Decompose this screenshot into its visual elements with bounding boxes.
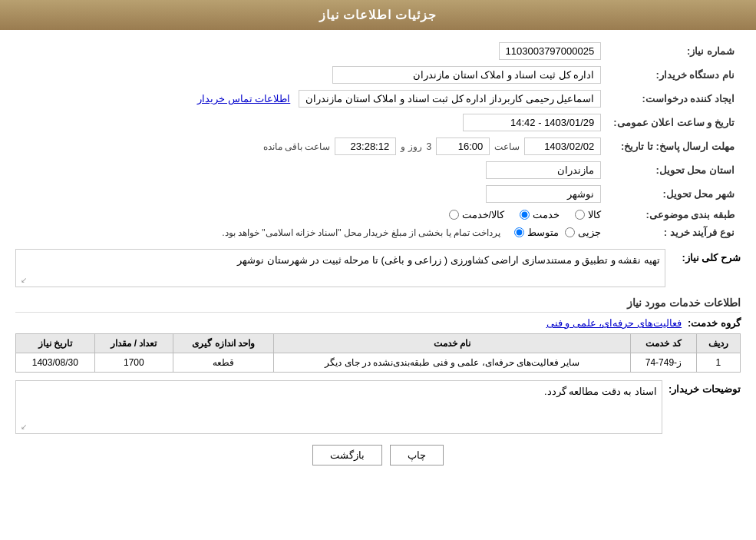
buyer-notes-box: اسناد به دقت مطالعه گردد. ↙ [15, 380, 662, 434]
td-unit: قطعه [173, 353, 274, 373]
group-service-value[interactable]: فعالیت‌های حرفه‌ای، علمی و فنی [546, 317, 682, 329]
buyer-notes-row: توضیحات خریدار: اسناد به دقت مطالعه گردد… [15, 380, 741, 434]
th-unit: واحد اندازه گیری [173, 334, 274, 353]
deadline-day-value: 3 [427, 141, 432, 152]
td-service_code: ز-749-74 [631, 353, 697, 373]
category-label: طبقه بندی موضوعی: [607, 206, 741, 224]
row-city: شهر محل تحویل: نوشهر [15, 182, 741, 206]
page-title: جزئیات اطلاعات نیاز [319, 8, 437, 22]
buyer-org-box: اداره کل ثبت اسناد و املاک استان مازندرا… [332, 66, 601, 84]
page-header: جزئیات اطلاعات نیاز [0, 0, 756, 30]
th-quantity: تعداد / مقدار [94, 334, 173, 353]
purchase-type-label: نوع فرآیند خرید : [607, 224, 741, 241]
province-value: مازندران [15, 158, 607, 182]
purchase-type-motavaset[interactable]: متوسط [514, 227, 559, 238]
purchase-jozi-label: جزیی [578, 227, 601, 238]
purchase-type-row: جزیی متوسط پرداخت تمام یا بخشی از مبلغ خ… [15, 224, 607, 241]
purchase-type-jozi[interactable]: جزیی [565, 227, 601, 238]
request-number-box: 1103003797000025 [499, 42, 602, 60]
th-service-code: کد خدمت [631, 334, 697, 353]
group-service-row: گروه خدمت: فعالیت‌های حرفه‌ای، علمی و فن… [15, 317, 741, 329]
buyer-notes-value: اسناد به دقت مطالعه گردد. [544, 386, 657, 397]
province-label: استان محل تحویل: [607, 158, 741, 182]
category-kala-khedmat[interactable]: کالا/خدمت [449, 209, 505, 220]
city-label: شهر محل تحویل: [607, 182, 741, 206]
category-options: کالا خدمت کالا/خدمت [15, 206, 607, 224]
description-row: شرح کلی نیاز: تهیه نقشه و تطبیق و مستندس… [15, 249, 741, 287]
announce-datetime-value: 1403/01/29 - 14:42 [15, 111, 607, 134]
deadline-day-label: روز و [401, 141, 421, 152]
services-table-header-row: ردیف کد خدمت نام خدمت واحد اندازه گیری ت… [16, 334, 741, 353]
row-buyer-org: نام دستگاه خریدار: اداره کل ثبت اسناد و … [15, 63, 741, 87]
category-kala[interactable]: کالا [575, 209, 601, 220]
buttons-row: چاپ بازگشت [15, 445, 741, 465]
creator-contact-link[interactable]: اطلاعات تماس خریدار [197, 93, 290, 104]
buyer-notes-resize-handle: ↙ [18, 422, 27, 432]
province-box: مازندران [486, 161, 601, 179]
category-khedmat-label: خدمت [533, 209, 560, 220]
deadline-remaining-label: ساعت باقی مانده [263, 141, 331, 152]
deadline-date-box: 1403/02/02 [524, 137, 601, 155]
city-box: نوشهر [486, 185, 601, 203]
creator-label: ایجاد کننده درخواست: [607, 87, 741, 111]
purchase-motavaset-radio[interactable] [514, 227, 524, 237]
content-area: شماره نیاز: 1103003797000025 نام دستگاه … [0, 30, 756, 482]
row-purchase-type: نوع فرآیند خرید : جزیی متوسط پرداخت [15, 224, 741, 241]
category-kala-label: کالا [588, 209, 601, 220]
table-row: 1ز-749-74سایر فعالیت‌های حرفه‌ای، علمی و… [16, 353, 741, 373]
buyer-org-label: نام دستگاه خریدار: [607, 63, 741, 87]
category-kala-khedmat-radio[interactable] [449, 210, 459, 220]
services-table: ردیف کد خدمت نام خدمت واحد اندازه گیری ت… [15, 333, 741, 373]
description-value: تهیه نقشه و تطبیق و مستندسازی اراضی کشاو… [237, 254, 660, 266]
deadline-time-label: ساعت [494, 141, 520, 152]
request-number-value: 1103003797000025 [15, 39, 607, 63]
deadline-row: 1403/02/02 ساعت 16:00 3 روز و 23:28:12 س… [15, 134, 607, 158]
deadline-label: مهلت ارسال پاسخ: تا تاریخ: [607, 134, 741, 158]
td-row_num: 1 [696, 353, 740, 373]
creator-value: اسماعیل رحیمی کاربرداز اداره کل ثبت اسنا… [15, 87, 607, 111]
services-section-title: اطلاعات خدمات مورد نیاز [15, 297, 741, 313]
purchase-motavaset-label: متوسط [527, 227, 559, 238]
row-creator: ایجاد کننده درخواست: اسماعیل رحیمی کاربر… [15, 87, 741, 111]
creator-box: اسماعیل رحیمی کاربرداز اداره کل ثبت اسنا… [299, 90, 601, 108]
row-category: طبقه بندی موضوعی: کالا خدمت [15, 206, 741, 224]
info-table: شماره نیاز: 1103003797000025 نام دستگاه … [15, 39, 741, 241]
purchase-jozi-radio[interactable] [565, 227, 575, 237]
deadline-remaining-box: 23:28:12 [335, 137, 396, 155]
td-quantity: 1700 [94, 353, 173, 373]
announce-datetime-label: تاریخ و ساعت اعلان عمومی: [607, 111, 741, 134]
description-label: شرح کلی نیاز: [672, 249, 741, 263]
category-kala-radio[interactable] [575, 210, 585, 220]
th-date: تاریخ نیاز [16, 334, 95, 353]
print-button[interactable]: چاپ [390, 445, 444, 465]
city-value: نوشهر [15, 182, 607, 206]
category-kala-khedmat-label: کالا/خدمت [462, 209, 505, 220]
row-request-number: شماره نیاز: 1103003797000025 [15, 39, 741, 63]
td-date: 1403/08/30 [16, 353, 95, 373]
buyer-org-value: اداره کل ثبت اسناد و املاک استان مازندرا… [15, 63, 607, 87]
group-service-label: گروه خدمت: [688, 317, 741, 329]
buyer-notes-label: توضیحات خریدار: [669, 380, 741, 395]
description-box: تهیه نقشه و تطبیق و مستندسازی اراضی کشاو… [15, 249, 665, 287]
category-khedmat[interactable]: خدمت [520, 209, 560, 220]
request-number-label: شماره نیاز: [607, 39, 741, 63]
description-resize-handle: ↙ [18, 276, 27, 285]
th-service-name: نام خدمت [274, 334, 631, 353]
row-province: استان محل تحویل: مازندران [15, 158, 741, 182]
td-service_name: سایر فعالیت‌های حرفه‌ای، علمی و فنی طبقه… [274, 353, 631, 373]
payment-note: پرداخت تمام یا بخشی از مبلغ خریدار محل "… [222, 227, 500, 238]
main-container: جزئیات اطلاعات نیاز شماره نیاز: 11030037… [0, 0, 756, 540]
th-row-num: ردیف [696, 334, 740, 353]
row-deadline: مهلت ارسال پاسخ: تا تاریخ: 1403/02/02 سا… [15, 134, 741, 158]
back-button[interactable]: بازگشت [312, 445, 382, 465]
deadline-time-box: 16:00 [436, 137, 490, 155]
row-announce-datetime: تاریخ و ساعت اعلان عمومی: 1403/01/29 - 1… [15, 111, 741, 134]
announce-datetime-box: 1403/01/29 - 14:42 [463, 114, 601, 131]
category-khedmat-radio[interactable] [520, 210, 530, 220]
